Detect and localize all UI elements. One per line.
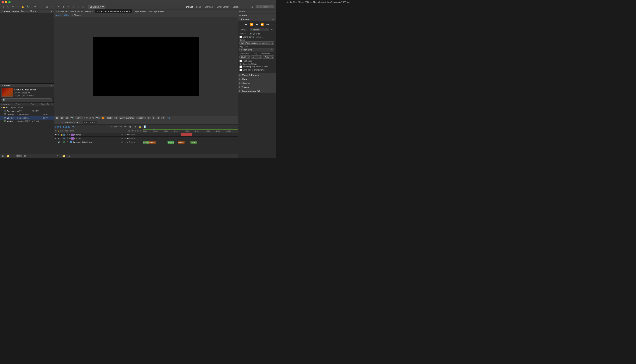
- preset-standard[interactable]: Standard: [204, 5, 215, 8]
- preview-play[interactable]: ▶: [255, 22, 259, 26]
- preview-range-select[interactable]: Work Area Extended By Current ...: [239, 42, 274, 45]
- project-delete[interactable]: 🗑: [23, 154, 27, 158]
- timeline-search[interactable]: 🔍: [71, 125, 76, 129]
- project-search-input[interactable]: [1, 98, 53, 102]
- zoom-selector[interactable]: 50% ▾: [76, 116, 83, 120]
- layer-3-switches[interactable]: ⊞: [120, 141, 124, 143]
- view-selector[interactable]: 1 View ▾: [136, 116, 146, 120]
- comp-tab-menu[interactable]: ▾: [129, 10, 130, 12]
- layer-1-track-bar[interactable]: [181, 134, 192, 136]
- layer-3-solo2[interactable]: ✏: [124, 141, 127, 143]
- preview-resolution-select[interactable]: Auto: [263, 56, 274, 59]
- layer-2-solo2[interactable]: ✏: [124, 137, 127, 140]
- timeline-arrows-btn[interactable]: ⟳: [123, 125, 127, 129]
- preview-shortcut-select[interactable]: Spacebar: [250, 28, 269, 32]
- comp-grid-btn[interactable]: ⊞: [60, 116, 64, 120]
- window-controls[interactable]: [2, 1, 11, 3]
- comp-overlay-btn[interactable]: ⊟: [152, 116, 155, 120]
- folder-expand-arrow[interactable]: ▶: [1, 106, 2, 108]
- effect-controls-tab-close[interactable]: ✕: [56, 10, 57, 12]
- effect-controls-tab[interactable]: ✕ ⊞ Effect Controls American Cliche ( »: [54, 10, 95, 13]
- layer-1-lock[interactable]: 🔒: [60, 134, 63, 136]
- file-item-ac-layers[interactable]: ▶ 📁 AC Layers Folder: [0, 106, 54, 109]
- layer-2-solo[interactable]: ◉: [57, 137, 60, 140]
- timeline-chorus-tab[interactable]: ⊞ Chorus ✕: [83, 121, 96, 124]
- layer-3-parent-dropdown[interactable]: ▾: [134, 141, 135, 143]
- hand-tool[interactable]: ✋: [21, 5, 25, 9]
- preview-first-frame[interactable]: ⏮: [244, 22, 248, 26]
- ruler-playhead[interactable]: [154, 129, 154, 132]
- puppet-tool[interactable]: ⬡: [81, 5, 85, 9]
- workspace-icon[interactable]: ⊞: [250, 5, 254, 9]
- preview-cache-checkbox[interactable]: [239, 36, 242, 38]
- timeline-close[interactable]: ✕: [55, 120, 59, 124]
- preset-learn[interactable]: Learn: [195, 5, 203, 8]
- preview-move-time-checkbox[interactable]: [239, 69, 242, 71]
- layer-3-parent-icon[interactable]: ↩: [127, 141, 129, 143]
- comp-tab-close[interactable]: ✕: [97, 10, 98, 12]
- preview-last-frame[interactable]: ⏭: [266, 22, 270, 26]
- col-header-name[interactable]: Name ▴ 🏷: [1, 103, 16, 105]
- layer-1-expand[interactable]: ▶: [70, 134, 71, 136]
- timeline-solo-btn[interactable]: ◉: [128, 125, 132, 129]
- comp-mode-btn[interactable]: ⊞: [114, 116, 118, 120]
- layer-1-solo[interactable]: ◉: [57, 134, 60, 136]
- layer-1-switches[interactable]: ⊞: [120, 134, 124, 136]
- preview-menu[interactable]: —: [272, 18, 274, 20]
- status-bar-folder[interactable]: 📁: [62, 154, 66, 158]
- brush-tool[interactable]: ✏: [67, 5, 71, 9]
- col-header-size[interactable]: Size: [31, 103, 41, 105]
- col-header-add[interactable]: ⊕: [52, 103, 53, 105]
- composition-tab[interactable]: ✕ ⊞ Composition AmericanCliche ▾: [95, 10, 132, 13]
- audio-marker-verse4[interactable]: VERSE 4: [190, 141, 197, 144]
- preview-include-audio-icon[interactable]: 🔊: [253, 32, 255, 35]
- project-import[interactable]: ↓: [11, 154, 15, 158]
- preview-include-flow-icon[interactable]: ⊞: [256, 33, 257, 35]
- timeline-tab2-close[interactable]: ✕: [94, 122, 95, 123]
- timeline-chart-btn[interactable]: 📊: [143, 125, 147, 129]
- audio-marker-chorus1[interactable]: CHORUS: [149, 141, 156, 144]
- stamp-tool[interactable]: ⬛: [71, 5, 76, 9]
- align-header[interactable]: ▶ Align: [238, 77, 276, 81]
- comp-viewer-btn[interactable]: ⊟: [65, 116, 69, 120]
- file-item-american-cliche[interactable]: 🎬 AmericanCliche Composition 29.97: [0, 113, 54, 116]
- preview-skip-select[interactable]: 0: [251, 56, 262, 59]
- minimize-button[interactable]: [5, 1, 7, 3]
- effects-presets-header[interactable]: ▶ Effects & Presets: [238, 73, 276, 77]
- preview-step-back[interactable]: ⏪: [249, 22, 254, 26]
- layer-1-parent-dropdown[interactable]: ▾: [134, 134, 135, 136]
- timeline-marker-btn[interactable]: ◆: [133, 125, 137, 129]
- comp-snapshot-btn[interactable]: 📷: [70, 116, 74, 120]
- layer-3-audio[interactable]: 🔊: [57, 141, 60, 143]
- preview-header[interactable]: ▾ Preview —: [238, 18, 276, 21]
- preview-step-forward[interactable]: ⏩: [260, 22, 264, 26]
- audio-marker-verse3[interactable]: VERSE 3: [168, 141, 174, 144]
- preview-if-caching-checkbox[interactable]: [239, 66, 242, 68]
- breadcrumb-chorus[interactable]: Chorus: [74, 14, 81, 16]
- project-menu[interactable]: ≡: [51, 84, 52, 87]
- effect-controls-tab-extend[interactable]: »: [92, 10, 93, 12]
- resolution-selector[interactable]: Half ▾: [106, 116, 113, 120]
- status-bar-viewer[interactable]: ⊟: [56, 154, 60, 158]
- timeline-lock-btn[interactable]: 🔒: [138, 125, 142, 129]
- eraser-tool[interactable]: ◻: [76, 5, 81, 9]
- layer-1-label[interactable]: [64, 134, 65, 136]
- file-item-america-k[interactable]: 🎵 America...K).wav WAV 102 MB: [0, 109, 54, 113]
- tracker-header[interactable]: ▶ Tracker: [238, 85, 276, 89]
- preview-framerate-select[interactable]: 29.97: [239, 56, 250, 59]
- rotation-tool[interactable]: ↻: [11, 5, 15, 9]
- preset-default[interactable]: Default: [185, 5, 194, 8]
- selection-tool[interactable]: ↖: [6, 5, 10, 9]
- timeline-timecode[interactable]: 0;00;11;21: [55, 126, 71, 128]
- layer-tab[interactable]: Layer (none): [132, 10, 148, 13]
- anchor-tool[interactable]: ✛: [16, 5, 20, 9]
- preview-play-from-select[interactable]: Current Time: [239, 48, 274, 52]
- layer-2-vis[interactable]: 👁: [54, 137, 57, 140]
- layer-3-label[interactable]: [64, 141, 65, 143]
- audio-header[interactable]: ▶ Audio: [238, 14, 276, 17]
- file-item-jon-tys[interactable]: 🖼 jon-tys...lash.jpg ImporterJPEG 4.3 MB: [0, 120, 54, 123]
- audio-marker-chorus2[interactable]: CHORUS: [178, 141, 185, 144]
- maximize-button[interactable]: [8, 1, 11, 3]
- file-item-chorus[interactable]: 🎬 Chorus Composition 29.97: [0, 116, 54, 120]
- grid-tool[interactable]: ⊞: [45, 5, 49, 9]
